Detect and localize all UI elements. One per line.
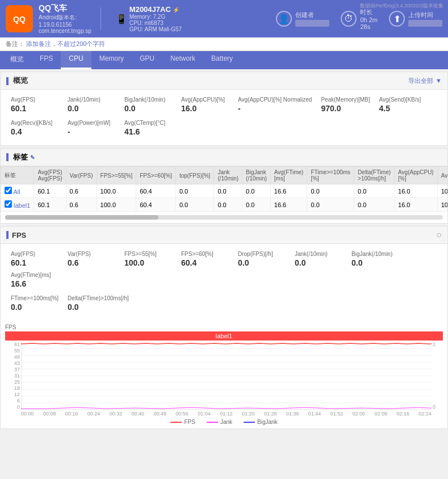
svg-text:QQ: QQ	[13, 15, 26, 24]
tag-all-ftime100: 0.0	[307, 184, 354, 198]
chart-with-yaxis: 61 55 49 43 37 31 25 18 12 6 0	[5, 342, 443, 410]
overview-stat: Avg(Power)[mW]-	[63, 117, 120, 138]
tag-label1-varfps: 0.6	[66, 198, 97, 212]
tag-all-appcpu: 16.0	[395, 184, 438, 198]
tag-label1-checkbox[interactable]	[5, 200, 12, 208]
fps-stats: Avg(FPS)60.1Var(FPS)0.6FPS>=55[%]100.0FP…	[1, 244, 447, 321]
chart-title: FPS	[5, 323, 443, 331]
export-button[interactable]: 导出全部 ▼	[408, 77, 442, 85]
scroll-bar-container	[1, 212, 447, 223]
app-name: QQ飞车	[39, 3, 91, 14]
upload-icon: ⬆	[389, 11, 405, 27]
perf-badge: 数据由PerfDog(3.4.200310)版本收集	[360, 2, 443, 10]
export-icon: ▼	[436, 77, 442, 84]
app-info: QQ飞车 Android版本名: 1.19.0.61156 com.tencen…	[39, 3, 91, 34]
legend-fps: FPS	[170, 419, 195, 425]
horizontal-scrollbar[interactable]	[5, 215, 443, 220]
tags-edit-icon[interactable]: ✎	[30, 154, 35, 161]
fps-title: FPS	[12, 231, 26, 239]
tag-label1-fps60: 60.4	[136, 198, 176, 212]
tag-label1-jank: 0.0	[214, 198, 242, 212]
creator-value	[295, 20, 329, 27]
tag-label1-appcpu: 16.0	[395, 198, 438, 212]
notes-link[interactable]: 添加备注，不超过200个字符	[26, 40, 105, 47]
tag-label1-appcpua9g: 100.0	[437, 198, 447, 212]
legend-bigjank-label: BigJank	[257, 419, 278, 425]
title-bar	[6, 77, 9, 85]
upload-stat: ⬆ 上传时间	[389, 11, 442, 27]
overview-stat: BigJank(/10min)0.0	[120, 94, 177, 115]
tab-cpu[interactable]: CPU	[61, 51, 91, 69]
notes-bar: 备注： 添加备注，不超过200个字符	[0, 37, 448, 51]
fps-stat: Delta(FTime)>100ms[/h]0.0	[63, 293, 133, 314]
tag-label1-avgftime: 16.6	[270, 198, 307, 212]
tab-memory[interactable]: Memory	[91, 51, 132, 69]
fps-chart-svg	[21, 342, 432, 410]
time-stat: ⏱ 时长 0h 2m28s	[341, 8, 378, 30]
fps-stat: FTime>=100ms[%]0.0	[6, 293, 63, 314]
col-ftime100: FTime>=100ms[%]	[307, 167, 354, 184]
tag-label1-topfps: 0.0	[175, 198, 213, 212]
overview-stat: Avg(Send)[KB/s]4.5	[375, 94, 432, 115]
tags-table-head: 标签 Avg(FPS)Avg(FPS) Var(FPS) FPS>=55[%] …	[1, 167, 448, 184]
tag-label1-fps55: 100.0	[97, 198, 136, 212]
tags-header: 标签 ✎	[1, 149, 447, 166]
overview-stat: Avg(AppCPU)[%]16.0	[177, 94, 233, 115]
tag-all-avgftime: 16.6	[270, 184, 307, 198]
tab-battery[interactable]: Battery	[203, 51, 241, 69]
chart-legend: FPS Jank BigJank	[5, 419, 443, 428]
overview-stat: Jank(/10min)0.0	[63, 94, 120, 115]
table-row: label1 60.1 0.6 100.0 60.4 0.0 0.0 0.0 1…	[1, 198, 448, 212]
overview-stat: Avg(FPS)60.1	[6, 94, 63, 115]
fps-section-header: FPS ○	[1, 226, 447, 244]
tags-title: 标签	[13, 152, 28, 162]
overview-section: 概览 导出全部 ▼ Avg(FPS)60.1Jank(/10min)0.0Big…	[0, 72, 448, 146]
col-appcpua9g: Avg(AppCPU[%]	[437, 167, 447, 184]
fps-stat: Jank(/10min)0.0	[290, 249, 347, 270]
device-info: 📱 M2004J7AC ⚡ Memory: 7.2G CPU: mt6873 G…	[116, 5, 182, 32]
fps-stat: FPS>=60[%]60.4	[177, 249, 233, 270]
creator-icon: 👤	[276, 11, 292, 27]
overview-stats-row2: Avg(Recv)[KB/s]0.4Avg(Power)[mW]-Avg(CTe…	[6, 117, 442, 138]
legend-bigjank-color	[244, 422, 255, 423]
tag-all-avgfps: 60.1	[34, 184, 66, 198]
tab-gpu[interactable]: GPU	[132, 51, 162, 69]
fps-collapse-icon[interactable]: ○	[436, 230, 442, 240]
tag-label1-avgfps: 60.1	[34, 198, 66, 212]
nav-tabs: 概览 FPS CPU Memory GPU Network Battery	[0, 51, 448, 69]
creator-label: 创建者	[295, 11, 329, 19]
overview-stats-row1: Avg(FPS)60.1Jank(/10min)0.0BigJank(/10mi…	[6, 94, 442, 115]
tag-all-topfps: 0.0	[175, 184, 213, 198]
col-varfps: Var(FPS)	[66, 167, 97, 184]
creator-stat: 👤 创建者	[276, 11, 329, 27]
overview-stat: Avg(Recv)[KB/s]0.4	[6, 117, 63, 138]
tag-all-bigjank: 0.0	[242, 184, 271, 198]
scroll-thumb[interactable]	[5, 215, 158, 220]
fps-stats-row2: FTime>=100ms[%]0.0Delta(FTime)>100ms[/h]…	[6, 293, 442, 314]
tag-label1-bigjank: 0.0	[242, 198, 271, 212]
y-axis-left: 61 55 49 43 37 31 25 18 12 6 0	[5, 342, 21, 410]
overview-stat: Avg(AppCPU)[%] Normalized-	[233, 94, 316, 115]
chart-x-axis: 00:00 00:08 00:16 00:24 00:32 00:40 00:4…	[21, 411, 432, 417]
tag-all-fps60: 60.4	[136, 184, 176, 198]
tab-network[interactable]: Network	[162, 51, 203, 69]
overview-stat: Avg(CTemp)[°C]41.6	[120, 117, 177, 138]
col-avgftime: Avg(FTime)[ms]	[270, 167, 307, 184]
tab-overview[interactable]: 概览	[2, 51, 32, 69]
fps-chart-container: FPS label1 61 55 49 43 37 31 25 18 12 6 …	[1, 321, 447, 428]
fps-stat: Var(FPS)0.6	[63, 249, 120, 270]
legend-bigjank: BigJank	[244, 419, 278, 425]
time-icon: ⏱	[341, 11, 357, 27]
fps-stat: Avg(FTime)[ms]16.6	[6, 270, 63, 291]
fps-stat: Avg(FPS)60.1	[6, 249, 63, 270]
table-row: All 60.1 0.6 100.0 60.4 0.0 0.0 0.0 16.6…	[1, 184, 448, 198]
fps-title-group: FPS	[6, 231, 26, 239]
tag-label1-ftime100: 0.0	[307, 198, 354, 212]
tab-fps[interactable]: FPS	[32, 51, 61, 69]
header: 数据由PerfDog(3.4.200310)版本收集 QQ QQ飞车 Andro…	[0, 0, 448, 37]
tag-all-checkbox[interactable]	[5, 187, 12, 194]
tags-header-row: 标签 Avg(FPS)Avg(FPS) Var(FPS) FPS>=55[%] …	[1, 167, 448, 184]
tag-all-name: All	[1, 184, 34, 198]
upload-value	[408, 20, 442, 27]
tag-all-fps55: 100.0	[97, 184, 136, 198]
